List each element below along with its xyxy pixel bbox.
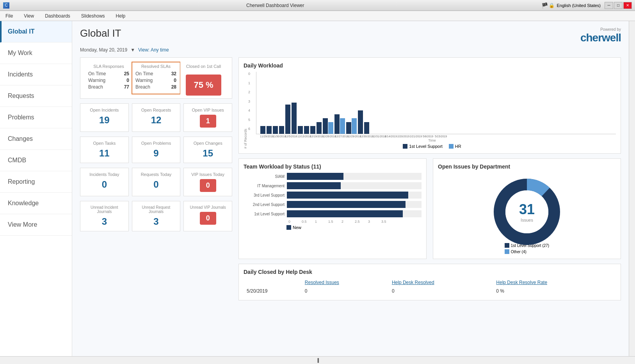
sidebar-item-incidents[interactable]: Incidents <box>0 64 72 85</box>
sidebar-item-requests[interactable]: Requests <box>0 85 72 107</box>
bar-group <box>279 126 284 134</box>
horiz-bar-label: 3rd Level Support <box>244 193 285 197</box>
incidents-today-card[interactable]: Incidents Today 0 <box>80 168 129 196</box>
bar-group <box>260 126 265 134</box>
unread-incident-card[interactable]: Unread Incident Journals 3 <box>80 201 129 231</box>
row-hd-resolved: 0 <box>389 287 493 295</box>
sidebar-item-cmdb[interactable]: CMDB <box>0 150 72 171</box>
open-vip-value: 1 <box>188 115 228 128</box>
sla-responses-header: SLA Responses <box>88 64 129 69</box>
menu-dashboards[interactable]: Dashboards <box>43 12 73 20</box>
horiz-bar-fill <box>287 201 406 208</box>
horiz-bar-track <box>287 173 422 180</box>
navy-bar <box>334 114 340 134</box>
sidebar-item-reporting[interactable]: Reporting <box>0 171 72 193</box>
status-indicator: ▐ <box>316 358 319 362</box>
blue-bar <box>328 122 333 134</box>
col-hd-resolved[interactable]: Help Desk Resolved <box>389 278 493 287</box>
content-date-row: Monday, May 20, 2019 ▼ View: Any time <box>80 47 621 53</box>
open-changes-card[interactable]: Open Changes 15 <box>183 137 232 163</box>
sla-resolved-col: Resolved SLAs On Time 32 Warning 0 Breac… <box>132 62 180 94</box>
vip-today-card[interactable]: VIP Issues Today 0 <box>183 168 232 196</box>
navy-bar <box>304 126 309 134</box>
open-requests-value: 12 <box>136 115 176 126</box>
row-hd-rate: 0 % <box>493 287 616 295</box>
bar-group <box>292 103 297 134</box>
unread-request-value: 3 <box>136 216 176 227</box>
window-controls[interactable]: 🏴 🔒 English (United States) ─ □ ✕ <box>541 2 632 9</box>
sidebar-item-knowledge[interactable]: Knowledge <box>0 193 72 214</box>
minimize-button[interactable]: ─ <box>605 2 613 9</box>
maximize-button[interactable]: □ <box>614 2 623 9</box>
navy-bar <box>298 126 303 134</box>
sidebar-item-view-more[interactable]: View More <box>0 214 72 236</box>
team-workload-chart: Team Workload by Status (11) SIAMIT Mana… <box>238 158 427 259</box>
sla-resolved-warning-row: Warning 0 <box>135 78 176 83</box>
legend-other-dot <box>505 249 509 254</box>
open-tasks-card[interactable]: Open Tasks 11 <box>80 137 129 163</box>
requests-today-card[interactable]: Requests Today 0 <box>132 168 181 196</box>
sidebar-item-global-it[interactable]: Global IT <box>0 21 72 43</box>
brand-name: cherwell <box>580 32 621 44</box>
sla-resolved-on-time-row: On Time 32 <box>135 71 176 76</box>
horiz-bar-label: SIAM <box>244 174 285 179</box>
navy-bar <box>273 126 278 134</box>
workload-legend: 1st Level Support HR <box>248 144 616 149</box>
sidebar-item-my-work[interactable]: My Work <box>0 43 72 64</box>
sla-resolved-breach-label: Breach <box>135 84 150 90</box>
horiz-bar-label: IT Management <box>244 184 285 188</box>
sla-breach-label: Breach <box>88 84 103 90</box>
menu-file[interactable]: File <box>3 12 15 20</box>
legend-new-label: New <box>293 225 301 230</box>
sla-responses-col: SLA Responses On Time 25 Warning 0 Breac… <box>85 62 132 94</box>
daily-workload-chart: Daily Workload # of Records 6 5 4 3 <box>238 57 621 154</box>
team-workload-legend: New <box>244 225 422 230</box>
sla-closed-header: Closed on 1st Call <box>183 64 224 69</box>
bar-group <box>317 122 322 134</box>
open-incidents-card[interactable]: Open Incidents 19 <box>80 103 129 132</box>
open-requests-card[interactable]: Open Requests 12 <box>132 103 181 132</box>
vip-today-label: VIP Issues Today <box>188 172 228 177</box>
col-hd-rate[interactable]: Help Desk Resolve Rate <box>493 278 616 287</box>
open-problems-card[interactable]: Open Problems 9 <box>132 137 181 163</box>
open-changes-value: 15 <box>188 148 228 159</box>
open-vip-card[interactable]: Open VIP Issues 1 <box>183 103 232 132</box>
col-resolved[interactable]: Resolved Issues <box>302 278 389 287</box>
x-label: 5/8/2019 <box>422 135 434 138</box>
menu-slideshows[interactable]: Slideshows <box>79 12 107 20</box>
team-workload-title: Team Workload by Status (11) <box>244 163 422 170</box>
main-content: Global IT Powered by cherwell Monday, Ma… <box>72 21 629 356</box>
dashboard-grid: SLA Responses On Time 25 Warning 0 Breac… <box>80 57 621 300</box>
navy-bar <box>260 126 265 134</box>
navy-bar <box>323 118 328 134</box>
open-incidents-label: Open Incidents <box>84 108 125 112</box>
right-scrollbar[interactable] <box>629 21 635 356</box>
close-button[interactable]: ✕ <box>623 2 632 9</box>
horiz-bar-track <box>287 192 422 199</box>
sidebar-item-changes[interactable]: Changes <box>0 128 72 150</box>
menu-help[interactable]: Help <box>114 12 128 20</box>
horiz-bar-label: 1st Level Support <box>244 212 285 216</box>
unread-vip-card[interactable]: Unread VIP Journals 0 <box>183 201 232 231</box>
sidebar-item-problems[interactable]: Problems <box>0 107 72 128</box>
powered-by-label: Powered by <box>580 27 621 32</box>
legend-new: New <box>286 225 301 230</box>
sla-resolved-warning-value: 0 <box>174 78 176 83</box>
page-title: Global IT <box>80 27 121 39</box>
menu-view[interactable]: View <box>21 12 36 20</box>
unread-request-card[interactable]: Unread Request Journals 3 <box>132 201 181 231</box>
requests-today-label: Requests Today <box>136 172 176 177</box>
x-label: 12/30/2018 <box>360 135 371 138</box>
cherwell-logo: Powered by cherwell <box>580 27 621 44</box>
legend-blue-dot <box>449 144 454 149</box>
vip-today-value: 0 <box>188 179 228 192</box>
language-selector[interactable]: English (United States) <box>557 3 601 8</box>
daily-workload-title: Daily Workload <box>244 62 616 69</box>
sla-resolved-breach-row: Breach 28 <box>135 84 176 90</box>
legend-1st-label: 1st Level Support <box>409 144 443 149</box>
sla-resolved-on-time-label: On Time <box>135 71 153 76</box>
sla-section: SLA Responses On Time 25 Warning 0 Breac… <box>80 57 232 99</box>
view-any-time-link[interactable]: View: Any time <box>138 47 169 53</box>
y-axis: 6 5 4 3 2 1 0 <box>248 72 256 138</box>
unread-vip-value: 0 <box>188 212 228 225</box>
